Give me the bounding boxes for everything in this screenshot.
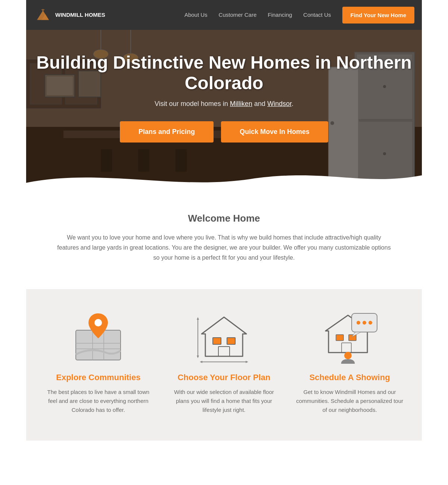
svg-marker-42 — [197, 356, 199, 358]
svg-marker-36 — [202, 317, 246, 356]
floorplan-title: Choose Your Floor Plan — [168, 373, 280, 382]
nav-financing[interactable]: Financing — [268, 12, 292, 18]
communities-title: Explore Communities — [42, 373, 154, 382]
hero-buttons: Plans and Pricing Quick Move In Homes — [26, 121, 422, 143]
brand-link[interactable]: WINDMILL HOMES — [34, 7, 105, 22]
plans-pricing-button[interactable]: Plans and Pricing — [120, 121, 214, 143]
hero-subtitle-before: Visit our model homes in — [155, 100, 230, 107]
hero-content: Building Distinctive New Homes in Northe… — [26, 30, 422, 143]
svg-point-55 — [344, 352, 352, 359]
svg-rect-48 — [349, 335, 356, 341]
milliken-link[interactable]: Milliken — [230, 100, 252, 107]
hero-subtitle-middle: and — [252, 100, 267, 107]
floorplan-text: With our wide selection of available flo… — [168, 388, 280, 414]
wave-divider — [26, 168, 422, 190]
nav-customer-care[interactable]: Customer Care — [219, 12, 257, 18]
welcome-text: We want you to love your home and love w… — [56, 232, 392, 263]
hero-title: Building Distinctive New Homes in Northe… — [26, 52, 422, 93]
windsor-link[interactable]: Windsor — [267, 100, 292, 107]
feature-showing: Schedule A Showing Get to know Windmill … — [294, 312, 406, 414]
find-home-button[interactable]: Find Your New Home — [342, 7, 414, 24]
features-grid: Explore Communities The best places to l… — [41, 312, 407, 414]
hero-section: Building Distinctive New Homes in Northe… — [26, 30, 422, 190]
svg-rect-49 — [342, 343, 351, 353]
feature-communities: Explore Communities The best places to l… — [42, 312, 154, 414]
showing-text: Get to know Windmill Homes and our commu… — [294, 388, 406, 414]
map-pin-icon — [68, 312, 128, 364]
quick-move-in-button[interactable]: Quick Move In Homes — [221, 121, 328, 143]
svg-rect-38 — [227, 338, 235, 344]
feature-floorplan: Choose Your Floor Plan With our wide sel… — [168, 312, 280, 414]
svg-rect-47 — [336, 335, 343, 341]
showing-title: Schedule A Showing — [294, 373, 406, 382]
svg-marker-44 — [200, 361, 202, 363]
svg-point-35 — [94, 319, 102, 326]
welcome-section: Welcome Home We want you to love your ho… — [26, 190, 422, 289]
hero-subtitle-after: . — [292, 100, 293, 107]
svg-rect-37 — [213, 338, 221, 344]
features-section: Explore Communities The best places to l… — [26, 289, 422, 441]
svg-point-53 — [368, 321, 372, 325]
welcome-title: Welcome Home — [56, 213, 392, 224]
brand-logo-icon — [34, 7, 52, 22]
nav-links: About Us Customer Care Financing Contact… — [184, 12, 331, 18]
house-chat-icon — [320, 312, 380, 364]
svg-rect-39 — [218, 347, 230, 356]
communities-text: The best places to live have a small tow… — [42, 388, 154, 414]
navbar: WINDMILL HOMES About Us Customer Care Fi… — [26, 0, 422, 30]
nav-contact[interactable]: Contact Us — [303, 12, 331, 18]
house-arrows-icon — [194, 312, 254, 364]
svg-point-52 — [363, 321, 366, 325]
svg-marker-41 — [197, 317, 199, 320]
brand-name: WINDMILL HOMES — [55, 12, 105, 18]
svg-marker-45 — [246, 361, 248, 363]
nav-about[interactable]: About Us — [184, 12, 208, 18]
hero-subtitle: Visit our model homes in Milliken and Wi… — [26, 100, 422, 108]
svg-point-51 — [357, 321, 360, 325]
